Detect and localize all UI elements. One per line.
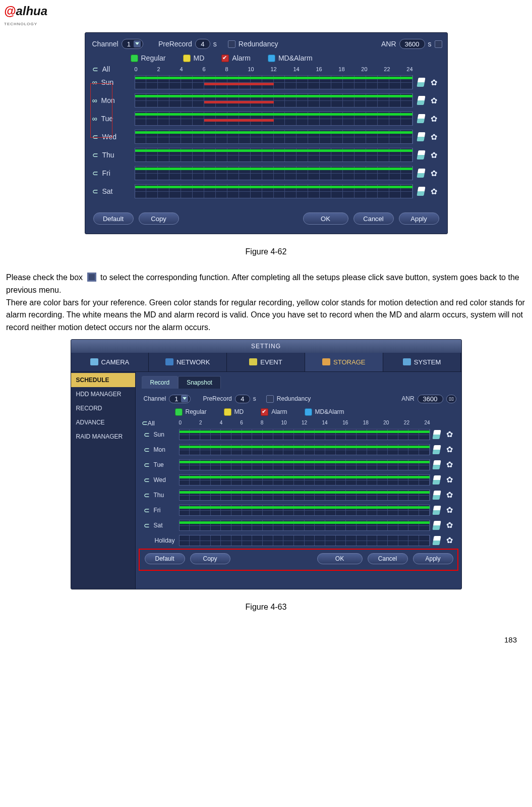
- link-icon[interactable]: ∞: [92, 78, 97, 86]
- eraser-icon[interactable]: [432, 491, 441, 500]
- gear-icon[interactable]: ✿: [446, 490, 453, 500]
- gear-icon[interactable]: ✿: [431, 78, 437, 87]
- link-icon[interactable]: ⊂: [144, 431, 150, 439]
- link-icon[interactable]: ∞: [92, 115, 97, 123]
- sidebar-item-hdd[interactable]: HDD MANAGER: [71, 387, 135, 401]
- schedule-grid[interactable]: [135, 75, 413, 89]
- settings-panel: SETTING CAMERA NETWORK EVENT STORAGE SYS…: [71, 339, 462, 589]
- eraser-icon[interactable]: [432, 506, 441, 515]
- link-icon[interactable]: ⊂: [144, 491, 150, 499]
- anr-input[interactable]: 3600: [418, 395, 443, 403]
- cancel-button[interactable]: Cancel: [368, 553, 408, 564]
- gear-icon[interactable]: ✿: [431, 96, 437, 105]
- gear-icon[interactable]: ✿: [446, 445, 453, 454]
- tab-camera[interactable]: CAMERA: [71, 353, 149, 371]
- gear-icon[interactable]: ✿: [446, 429, 453, 439]
- eraser-icon[interactable]: [417, 132, 425, 141]
- eraser-icon[interactable]: [417, 96, 425, 105]
- link-icon[interactable]: ⊂: [144, 506, 150, 514]
- schedule-grid[interactable]: [179, 505, 430, 516]
- eraser-icon[interactable]: [432, 430, 441, 439]
- schedule-grid[interactable]: [179, 490, 430, 501]
- gear-icon[interactable]: ✿: [431, 114, 437, 124]
- redundancy-label: Redundancy: [239, 40, 278, 48]
- legend-row: Regular MD Alarm MD&Alarm: [90, 53, 442, 64]
- schedule-grid[interactable]: [135, 112, 413, 126]
- tab-storage[interactable]: STORAGE: [305, 353, 383, 371]
- anr-label: ANR: [401, 395, 414, 402]
- schedule-grid[interactable]: [135, 130, 413, 144]
- eraser-icon[interactable]: [417, 114, 425, 123]
- schedule-grid[interactable]: [179, 459, 430, 470]
- gear-icon[interactable]: ✿: [446, 520, 453, 530]
- link-icon[interactable]: ⊂: [144, 446, 150, 454]
- gear-icon[interactable]: ✿: [446, 505, 453, 515]
- eraser-icon[interactable]: [432, 521, 441, 530]
- link-icon[interactable]: ⊂: [92, 133, 98, 141]
- subtab-snapshot[interactable]: Snapshot: [178, 376, 221, 389]
- sidebar-item-schedule[interactable]: SCHEDULE: [71, 373, 135, 387]
- gear-icon[interactable]: ✿: [446, 475, 453, 485]
- link-icon[interactable]: ⊂: [144, 461, 150, 469]
- eraser-icon[interactable]: [432, 475, 441, 485]
- sidebar-item-advance[interactable]: ADVANCE: [71, 415, 135, 429]
- anr-checkbox[interactable]: [435, 40, 442, 48]
- sidebar-item-raid[interactable]: RAID MANAGER: [71, 429, 135, 444]
- link-icon[interactable]: ⊂: [92, 151, 98, 159]
- channel-select[interactable]: 1: [122, 39, 143, 49]
- legend-alarm-label: Alarm: [232, 54, 251, 62]
- anr-extra[interactable]: ▯▯: [446, 395, 456, 403]
- gear-icon[interactable]: ✿: [431, 187, 437, 196]
- legend-alarm-checkbox[interactable]: [221, 55, 229, 62]
- default-button[interactable]: Default: [145, 553, 185, 564]
- apply-button[interactable]: Apply: [413, 553, 453, 564]
- link-icon[interactable]: ⊂: [144, 476, 150, 484]
- gear-icon[interactable]: ✿: [431, 132, 437, 142]
- redundancy-checkbox[interactable]: [266, 395, 274, 403]
- prerecord-input[interactable]: 4: [235, 395, 250, 403]
- gear-icon[interactable]: ✿: [446, 535, 453, 545]
- eraser-icon[interactable]: [432, 445, 441, 454]
- channel-select[interactable]: 1: [169, 395, 191, 403]
- legend-alarm-checkbox[interactable]: [261, 408, 268, 416]
- gear-icon[interactable]: ✿: [431, 169, 437, 178]
- ok-button[interactable]: OK: [317, 553, 363, 564]
- cancel-button[interactable]: Cancel: [353, 212, 394, 225]
- link-icon[interactable]: ∞: [92, 96, 97, 104]
- schedule-grid[interactable]: [179, 444, 430, 455]
- subtab-record[interactable]: Record: [142, 376, 179, 389]
- schedule-grid[interactable]: [179, 429, 430, 440]
- copy-button[interactable]: Copy: [190, 553, 230, 564]
- default-button[interactable]: Default: [93, 212, 134, 225]
- anr-input[interactable]: 3600: [399, 39, 425, 49]
- checkbox-icon: [87, 273, 96, 282]
- tab-network[interactable]: NETWORK: [149, 353, 227, 371]
- sidebar-item-record[interactable]: RECORD: [71, 401, 135, 415]
- eraser-icon[interactable]: [432, 460, 441, 469]
- tab-system[interactable]: SYSTEM: [383, 353, 461, 371]
- prerecord-input[interactable]: 4: [195, 39, 210, 49]
- eraser-icon[interactable]: [417, 169, 425, 178]
- apply-button[interactable]: Apply: [399, 212, 439, 225]
- schedule-grid[interactable]: [135, 93, 413, 107]
- link-icon[interactable]: ⊂: [92, 187, 98, 195]
- eraser-icon[interactable]: [432, 536, 441, 545]
- tab-event[interactable]: EVENT: [227, 353, 305, 371]
- prerecord-unit: s: [253, 395, 256, 402]
- gear-icon[interactable]: ✿: [446, 460, 453, 469]
- schedule-grid[interactable]: [179, 520, 430, 531]
- schedule-grid[interactable]: [135, 184, 413, 198]
- schedule-grid[interactable]: [135, 166, 413, 180]
- redundancy-checkbox[interactable]: [228, 40, 235, 48]
- ok-button[interactable]: OK: [303, 212, 348, 225]
- link-icon[interactable]: ⊂: [92, 169, 98, 177]
- eraser-icon[interactable]: [417, 78, 425, 87]
- eraser-icon[interactable]: [417, 150, 425, 159]
- gear-icon[interactable]: ✿: [431, 150, 437, 160]
- link-icon[interactable]: ⊂: [144, 521, 150, 529]
- copy-button[interactable]: Copy: [139, 212, 179, 225]
- schedule-grid[interactable]: [179, 535, 430, 546]
- schedule-grid[interactable]: [135, 148, 413, 162]
- eraser-icon[interactable]: [417, 187, 425, 196]
- schedule-grid[interactable]: [179, 474, 430, 486]
